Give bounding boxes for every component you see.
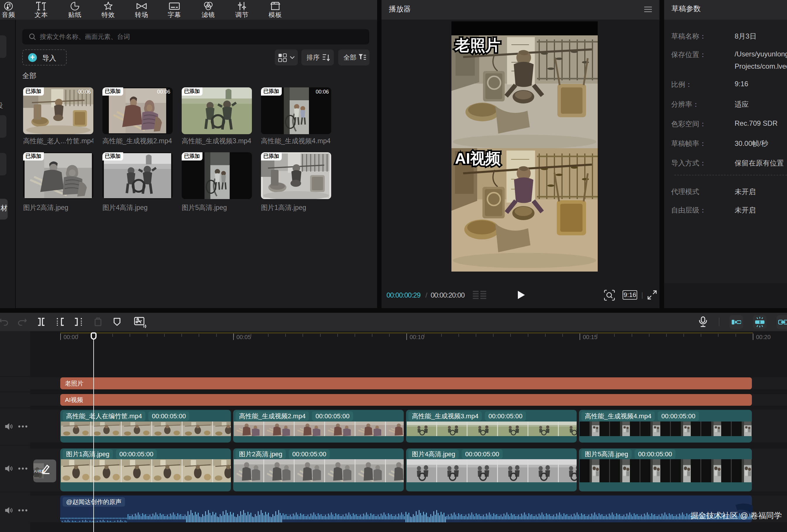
svg-text:AI视频: AI视频 (455, 150, 501, 167)
svg-text:老照片: 老照片 (455, 37, 501, 54)
